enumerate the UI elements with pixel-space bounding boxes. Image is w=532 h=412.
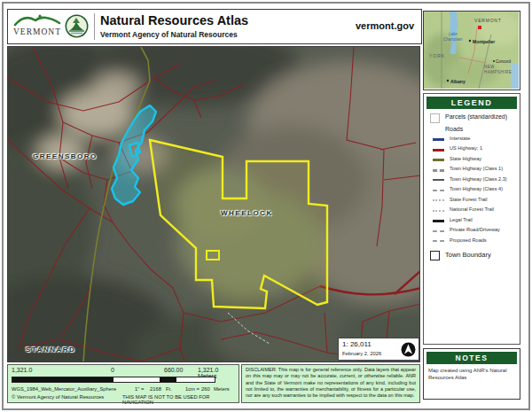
legend-road-label: Private Road/Driveway xyxy=(450,227,500,232)
town-boundary-swatch xyxy=(430,251,440,260)
page-subtitle: Vermont Agency of Natural Resources xyxy=(100,30,238,39)
inch-unit: Ft. xyxy=(166,386,172,392)
scale-left-value: 1,321.0 xyxy=(12,367,32,373)
legend-roads-heading: Roads xyxy=(445,126,520,132)
legend-road-label: Town Highway (Class 1) xyxy=(450,166,503,171)
road-style-swatch xyxy=(433,169,444,172)
legend-road-item: Interstate xyxy=(433,134,520,144)
map-extent-marker xyxy=(478,26,481,29)
notes-text: Map created using ANR's Natural Resource… xyxy=(428,367,515,381)
cm-val: 260 xyxy=(201,386,210,392)
legend-road-label: Interstate xyxy=(450,136,470,141)
road-style-swatch xyxy=(433,179,444,181)
page-title: Natural Resources Atlas xyxy=(100,13,248,27)
cm-eq: 1cm = xyxy=(185,386,200,392)
notes-panel: NOTES Map created using ANR's Natural Re… xyxy=(423,348,520,400)
legend-road-label: US Highway; 1 xyxy=(450,145,482,151)
inset-label-nh1: NEW xyxy=(484,65,495,69)
inset-label-concord: Concord xyxy=(496,59,512,64)
road-style-swatch xyxy=(433,159,444,161)
navigation-warning: THIS MAP IS NOT TO BE USED FOR NAVIGATIO… xyxy=(122,394,239,405)
town-label-greensboro: GREENSBORO xyxy=(33,152,98,160)
legend-road-item: Proposed Roads xyxy=(433,236,520,246)
road-style-swatch xyxy=(433,138,444,141)
legend-road-item: Private Road/Driveway xyxy=(433,226,520,237)
legend-road-label: Town Highway (Class 2,3) xyxy=(450,176,507,182)
vermont-gov-link[interactable]: vermont.gov xyxy=(356,20,414,31)
inset-label-lake2: Champlain xyxy=(443,37,463,42)
inch-val: 2168 xyxy=(150,386,161,392)
projection-label: WGS_1984_Web_Mercator_Auxiliary_Sphere xyxy=(12,386,116,392)
header-bar: VERMONT Natural Resources Atlas Vermont … xyxy=(7,9,422,44)
legend-road-item: Town Highway (Class 1) xyxy=(433,165,520,175)
parcels-label: Parcels (standardized) xyxy=(445,113,507,120)
map-date: February 2, 2026 xyxy=(342,351,381,356)
town-label-stannard: STANNARD xyxy=(26,346,75,354)
inset-label-albany: Albany xyxy=(450,79,466,84)
inset-label-vermont: VERMONT xyxy=(474,18,502,23)
road-style-swatch xyxy=(433,210,444,212)
road-style-swatch xyxy=(433,240,444,242)
scale-zero-value: 0 xyxy=(111,367,114,373)
scale-bar-graphic xyxy=(12,377,215,383)
map-canvas[interactable]: GREENSBORO WHEELOCK STANNARD 1: 26,011 F… xyxy=(7,46,420,362)
legend-road-item: US Highway; 1 xyxy=(433,144,520,155)
anr-seal-icon xyxy=(65,14,89,38)
legend-road-item: Legal Trail xyxy=(433,215,520,226)
legend-road-label: Legal Trail xyxy=(450,217,473,222)
legend-road-label: National Forest Trail xyxy=(450,206,494,212)
notes-header: NOTES xyxy=(426,352,517,364)
north-arrow-icon xyxy=(401,342,416,357)
vermont-logo: VERMONT xyxy=(13,13,61,42)
map-scale-box: 1: 26,011 February 2, 2026 xyxy=(338,338,419,361)
legend-road-label: Proposed Roads xyxy=(450,237,487,243)
scale-ratio: 1: 26,011 xyxy=(342,340,372,348)
scale-bar-panel: 1,321.0 0 660.00 1,321.0 Meters WGS_1984… xyxy=(7,364,239,403)
locator-inset-map: VERMONT Lake Champlain Montpelier YORK N… xyxy=(423,11,520,90)
inset-label-montpelier: Montpelier xyxy=(473,39,495,44)
legend-road-item: State Highway xyxy=(433,154,520,165)
road-style-swatch xyxy=(433,230,444,232)
town-boundary-label: Town Boundary xyxy=(445,251,491,259)
legend-road-item: Town Highway (Class 2,3) xyxy=(433,175,520,185)
road-style-swatch xyxy=(433,199,444,201)
legend-road-label: Town Highway (Class 4) xyxy=(450,186,503,191)
disclaimer-text: DISCLAIMER: This map is for general refe… xyxy=(246,367,416,399)
legend-road-label: State Forest Trail xyxy=(450,197,488,202)
road-style-swatch xyxy=(433,190,444,191)
legend-road-label: State Highway xyxy=(450,156,481,161)
parcels-swatch xyxy=(430,113,440,123)
scale-mid-value: 660.00 xyxy=(164,367,183,373)
inset-label-nh2: HAMPSHIRE xyxy=(484,70,512,74)
mountain-ridge-icon xyxy=(13,13,61,27)
header-divider xyxy=(94,13,95,40)
inset-label-lake1: Lake xyxy=(449,32,458,36)
inch-eq: 1" = xyxy=(135,386,144,392)
road-style-swatch xyxy=(433,149,444,152)
inset-label-newyork: YORK xyxy=(429,53,445,58)
legend-town-boundary-item: Town Boundary xyxy=(429,250,520,260)
legend-road-list: InterstateUS Highway; 1State HighwayTown… xyxy=(424,134,520,246)
legend-panel: LEGEND Parcels (standardized) Roads Inte… xyxy=(423,93,520,345)
legend-road-item: National Forest Trail xyxy=(433,206,520,216)
legend-header: LEGEND xyxy=(426,97,517,109)
disclaimer-panel: DISCLAIMER: This map is for general refe… xyxy=(241,364,420,403)
copyright-label: © Vermont Agency of Natural Resources xyxy=(12,394,104,400)
legend-road-item: Town Highway (Class 4) xyxy=(433,185,520,196)
cm-unit: Meters xyxy=(214,386,230,392)
road-style-swatch xyxy=(433,220,444,222)
legend-road-item: State Forest Trail xyxy=(433,195,520,206)
atlas-page: VERMONT Natural Resources Atlas Vermont … xyxy=(0,0,532,412)
town-label-wheelock: WHEELOCK xyxy=(221,209,273,217)
vermont-logo-text: VERMONT xyxy=(13,27,61,36)
aerial-imagery xyxy=(8,47,420,362)
legend-parcels-item: Parcels (standardized) xyxy=(429,113,520,123)
